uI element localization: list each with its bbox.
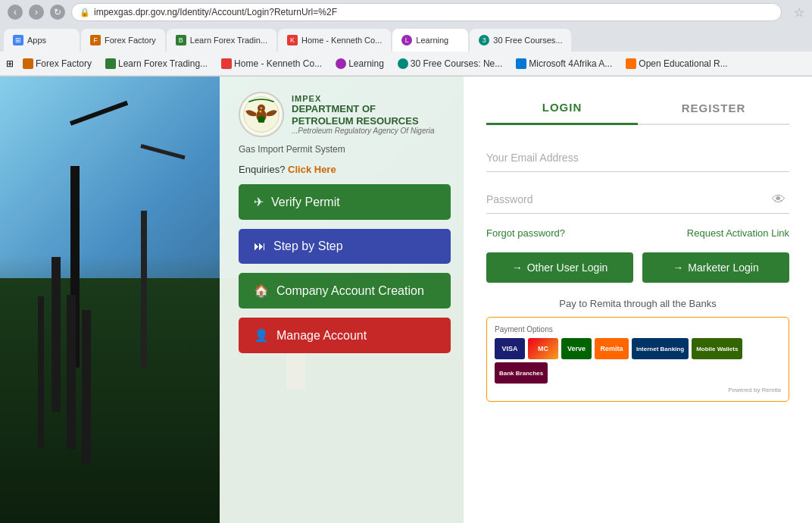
- visa-card: VISA: [495, 338, 525, 359]
- bookmark-star-icon[interactable]: ☆: [794, 5, 804, 20]
- learn-forex-favicon: B: [176, 35, 186, 45]
- svg-text:★: ★: [260, 106, 263, 110]
- manage-label: Manage Account: [276, 329, 367, 343]
- payment-options-label: Payment Options: [495, 325, 781, 334]
- marketer-login-label: Marketer Login: [688, 262, 758, 274]
- marketer-login-button[interactable]: → Marketer Login: [642, 252, 789, 283]
- tab-forex[interactable]: F Forex Factory: [81, 29, 165, 52]
- oe-bm-icon: [626, 58, 636, 69]
- internet-banking-card: Internet Banking: [632, 338, 689, 359]
- enquiries-link[interactable]: Click Here: [288, 164, 336, 175]
- bookmark-microsoft[interactable]: Microsoft 4Afrika A...: [511, 57, 617, 70]
- marketer-login-icon: →: [673, 262, 683, 274]
- bookmark-forex[interactable]: Forex Factory: [18, 57, 96, 70]
- bookmark-learn-forex[interactable]: Learn Forex Trading...: [101, 57, 212, 70]
- request-activation-link[interactable]: Request Activation Link: [687, 227, 789, 239]
- tab-forex-label: Forex Factory: [105, 36, 156, 45]
- free-favicon: 3: [479, 35, 489, 45]
- bookmark-learning[interactable]: Learning: [331, 57, 389, 70]
- right-panel: LOGIN REGISTER 👁 Forgot password? Reques…: [464, 77, 812, 523]
- system-title: Gas Import Permit System: [239, 144, 451, 155]
- bookmark-learn-forex-label: Learn Forex Trading...: [118, 58, 208, 69]
- verify-icon: ✈: [254, 195, 264, 209]
- forex-favicon: F: [90, 35, 101, 45]
- company-account-creation-button[interactable]: 🏠 Company Account Creation: [239, 273, 451, 308]
- login-buttons-row: → Other User Login → Marketer Login: [486, 252, 789, 283]
- bookmark-forex-label: Forex Factory: [36, 58, 92, 69]
- manage-account-button[interactable]: 👤 Manage Account: [239, 318, 451, 353]
- verify-permit-button[interactable]: ✈ Verify Permit: [239, 184, 451, 220]
- bookmark-learning-label: Learning: [348, 58, 384, 69]
- remita-card: Remita: [595, 338, 629, 359]
- free-bm-icon: [398, 58, 408, 69]
- tab-learning[interactable]: L Learning: [392, 29, 468, 52]
- payment-section: Pay to Remita through all the Banks Paym…: [486, 298, 789, 402]
- verify-label: Verify Permit: [271, 196, 340, 209]
- bookmark-30free[interactable]: 30 Free Courses: Ne...: [393, 57, 507, 70]
- browser-titlebar: ‹ › ↻ 🔒 impexgas.dpr.gov.ng/Identity/Acc…: [0, 0, 812, 24]
- mastercard-card: MC: [528, 338, 558, 359]
- email-input[interactable]: [486, 144, 789, 172]
- enquiries-text: Enquiries? Click Here: [239, 164, 451, 175]
- bookmark-ms-label: Microsoft 4Afrika A...: [529, 58, 612, 69]
- password-wrapper: 👁: [486, 186, 789, 214]
- tab-kenneth-label: Home - Kenneth Co...: [301, 36, 382, 45]
- bookmarks-bar: ⊞ Forex Factory Learn Forex Trading... H…: [0, 52, 812, 76]
- email-group: [486, 144, 789, 172]
- tab-login[interactable]: LOGIN: [486, 92, 638, 125]
- learn-forex-bm-icon: [105, 58, 116, 69]
- browser-chrome: ‹ › ↻ 🔒 impexgas.dpr.gov.ng/Identity/Acc…: [0, 0, 812, 77]
- tab-apps-label: Apps: [27, 36, 46, 45]
- tab-learn-forex[interactable]: B Learn Forex Tradin...: [167, 29, 276, 52]
- tab-apps[interactable]: ⊞ Apps: [4, 29, 80, 52]
- learning-bm-icon: [336, 58, 346, 69]
- kenneth-favicon: K: [287, 35, 298, 45]
- bank-branches-card: Bank Branches: [495, 362, 548, 384]
- logo-section: ★ IMPEX DEPARTMENT OF PETROLEUM RESOURCE…: [239, 92, 451, 137]
- payment-text: Pay to Remita through all the Banks: [486, 298, 789, 309]
- other-user-login-button[interactable]: → Other User Login: [486, 252, 633, 283]
- payment-cards: VISA MC Verve Remita Internet Banking Mo…: [495, 338, 781, 384]
- company-icon: 🏠: [254, 283, 269, 298]
- password-toggle-icon[interactable]: 👁: [772, 192, 785, 208]
- bookmark-open-edu[interactable]: Open Educational R...: [621, 57, 732, 70]
- ms-bm-icon: [516, 58, 526, 69]
- tab-30-free[interactable]: 3 30 Free Courses...: [470, 29, 571, 52]
- refresh-button[interactable]: ↻: [50, 5, 65, 20]
- logo-subtitle: ...Petroleum Regulatory Agency Of Nigeri…: [292, 127, 435, 135]
- tab-learn-forex-label: Learn Forex Tradin...: [190, 36, 267, 45]
- left-panel: ★ IMPEX DEPARTMENT OF PETROLEUM RESOURCE…: [220, 77, 470, 523]
- step-by-step-button[interactable]: ⏭ Step by Step: [239, 229, 451, 264]
- password-input[interactable]: [486, 186, 789, 214]
- tab-register[interactable]: REGISTER: [638, 92, 789, 124]
- powered-by-text: Powered by Remita: [495, 387, 781, 393]
- step-label: Step by Step: [273, 240, 343, 253]
- bookmark-30free-label: 30 Free Courses: Ne...: [411, 58, 502, 69]
- company-label: Company Account Creation: [276, 284, 424, 298]
- address-text: impexgas.dpr.gov.ng/Identity/Account/Log…: [94, 7, 337, 17]
- verve-card: Verve: [561, 338, 592, 359]
- learning-favicon: L: [401, 35, 412, 45]
- logo-department-name: DEPARTMENT OF PETROLEUM RESOURCES: [292, 103, 435, 127]
- forward-button[interactable]: ›: [29, 5, 44, 20]
- logo-impex: IMPEX: [292, 94, 435, 103]
- kenneth-bm-icon: [221, 58, 232, 69]
- svg-rect-4: [258, 117, 264, 123]
- auth-links-row: Forgot password? Request Activation Link: [486, 227, 789, 239]
- bookmark-oe-label: Open Educational R...: [639, 58, 727, 69]
- manage-icon: 👤: [254, 328, 269, 343]
- back-button[interactable]: ‹: [8, 5, 23, 20]
- address-bar[interactable]: 🔒 impexgas.dpr.gov.ng/Identity/Account/L…: [71, 3, 782, 21]
- logo-text: IMPEX DEPARTMENT OF PETROLEUM RESOURCES …: [292, 94, 435, 135]
- tab-learning-label: Learning: [416, 36, 448, 45]
- step-icon: ⏭: [254, 240, 266, 253]
- payment-box: Payment Options VISA MC Verve Remita Int…: [486, 317, 789, 402]
- bookmark-kenneth[interactable]: Home - Kenneth Co...: [217, 57, 326, 70]
- forgot-password-link[interactable]: Forgot password?: [486, 227, 565, 239]
- tab-home-kenneth[interactable]: K Home - Kenneth Co...: [278, 29, 391, 52]
- other-login-icon: →: [512, 262, 523, 274]
- mobile-wallets-card: Mobile Wallets: [692, 338, 742, 359]
- other-login-label: Other User Login: [527, 262, 608, 274]
- lock-icon: 🔒: [80, 8, 90, 17]
- logo-image: ★: [239, 92, 284, 137]
